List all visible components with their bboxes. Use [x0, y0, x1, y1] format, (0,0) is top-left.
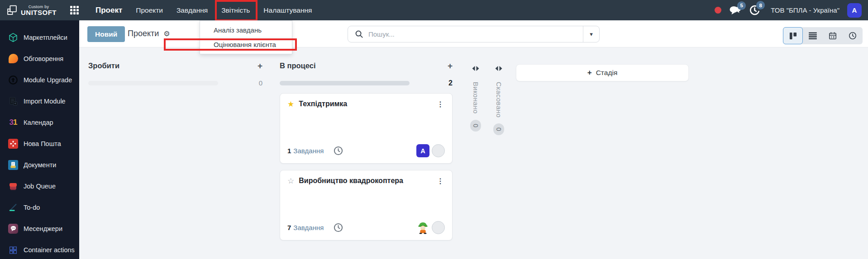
column-progressbar[interactable]	[88, 81, 218, 85]
caret-down-icon: ▾	[590, 31, 593, 38]
column-count: 2	[448, 79, 453, 87]
topbar-menu: Проект Проекти Завдання Звітність Налашт…	[95, 5, 313, 16]
card-title: Техпідтримка	[299, 100, 431, 108]
sidebar-item-messengers[interactable]: Месенджери	[0, 218, 79, 239]
sidebar-item-module-upgrade[interactable]: Module Upgrade	[0, 69, 79, 90]
folded-column-title: Скасовано	[495, 82, 503, 118]
star-outline-icon[interactable]: ☆	[287, 177, 294, 186]
add-card-icon[interactable]: +	[448, 61, 453, 70]
list-view-icon	[809, 32, 817, 39]
column-title: Зробити	[88, 61, 119, 70]
empty-avatar-placeholder[interactable]	[432, 221, 445, 234]
import-icon	[8, 96, 19, 107]
messages-button[interactable]: 5	[729, 5, 741, 16]
todo-icon	[8, 202, 19, 213]
empty-avatar-placeholder[interactable]	[432, 144, 445, 157]
control-panel: Новий Проекти ⚙ ▾	[79, 20, 868, 47]
card-title: Виробництво квадрокоптера	[299, 177, 431, 185]
kebab-menu-icon[interactable]: ⋮	[436, 100, 445, 108]
topbar-menu-tasks[interactable]: Завдання	[176, 5, 209, 16]
kanban-view-icon	[789, 32, 797, 40]
tasks-label[interactable]: Завдання	[293, 147, 324, 155]
activities-badge: 8	[756, 1, 765, 9]
sidebar: Маркетплейси Обговорення Module Upgrade …	[0, 20, 79, 259]
new-button[interactable]: Новий	[87, 26, 125, 42]
kanban-board: Зробити + 0 В процесі + 2 ★	[79, 47, 868, 259]
column-count: 0	[259, 79, 262, 87]
connection-status-dot	[715, 7, 721, 14]
tasks-count: 7	[287, 224, 291, 231]
topbar-menu-settings[interactable]: Налаштування	[262, 5, 313, 16]
messages-badge: 5	[737, 1, 746, 10]
assignee-avatar[interactable]: A	[416, 144, 429, 157]
kanban-column-in-progress: В процесі + 2 ★ Техпідтримка ⋮ 1 Завданн…	[280, 60, 453, 240]
sidebar-item-import-module[interactable]: Import Module	[0, 90, 79, 112]
view-switcher	[783, 27, 863, 44]
view-list-button[interactable]	[803, 27, 823, 44]
folded-column-cancelled[interactable]: Скасовано 0	[490, 66, 508, 135]
column-title: В процесі	[280, 61, 316, 70]
view-activity-button[interactable]	[843, 27, 863, 44]
sidebar-item-discuss[interactable]: Обговорення	[0, 48, 79, 69]
sidebar-item-marketplaces[interactable]: Маркетплейси	[0, 27, 79, 48]
activities-button[interactable]: 8	[749, 5, 760, 16]
kanban-card-techsupport[interactable]: ★ Техпідтримка ⋮ 1 Завдання A	[280, 93, 453, 164]
messengers-icon	[8, 223, 19, 234]
kebab-menu-icon[interactable]: ⋮	[436, 177, 445, 185]
folded-column-title: Виконано	[472, 82, 480, 114]
topbar-menu-reporting[interactable]: Звітність	[220, 5, 251, 16]
sidebar-item-job-queue[interactable]: Job Queue	[0, 175, 79, 197]
assignee-avatar-image[interactable]	[416, 221, 429, 234]
view-calendar-button[interactable]	[823, 27, 843, 44]
search-icon	[355, 30, 363, 38]
documents-icon	[8, 160, 19, 170]
kanban-column-todo: Зробити + 0	[88, 60, 262, 87]
reporting-dropdown-menu: Аналіз завдань Оцінювання клієнта	[200, 20, 292, 54]
activity-clock-icon[interactable]	[334, 146, 343, 155]
activity-clock-icon[interactable]	[334, 223, 343, 232]
search-bar: ▾	[348, 26, 600, 42]
kanban-card-quadcopter[interactable]: ☆ Виробництво квадрокоптера ⋮ 7 Завдання	[280, 170, 453, 240]
calendar-31-icon: 31	[8, 117, 19, 128]
star-filled-icon[interactable]: ★	[287, 100, 294, 109]
company-name[interactable]: ТОВ "БПЛА - Україна"	[771, 6, 839, 14]
search-options-toggle[interactable]: ▾	[583, 26, 599, 42]
upgrade-icon	[8, 75, 19, 85]
sidebar-item-container-actions[interactable]: Container actions	[0, 239, 79, 259]
view-kanban-button[interactable]	[783, 27, 803, 44]
brand-logo: Custom by UNITSOFT	[6, 5, 57, 16]
topbar: Custom by UNITSOFT Проект Проекти Завдан…	[0, 0, 868, 20]
menu-item-customer-ratings[interactable]: Оцінювання клієнта	[200, 37, 292, 51]
calendar-view-icon	[829, 32, 837, 40]
gear-icon[interactable]: ⚙	[163, 29, 170, 38]
unitsoft-logo-icon	[6, 5, 18, 16]
add-card-icon[interactable]: +	[258, 61, 262, 70]
user-avatar[interactable]: A	[847, 3, 862, 18]
nova-poshta-icon	[8, 138, 19, 149]
apps-grid-icon[interactable]	[70, 6, 79, 15]
topbar-menu-project-root[interactable]: Проект	[95, 5, 123, 16]
menu-item-task-analysis[interactable]: Аналіз завдань	[200, 23, 292, 37]
sidebar-item-calendar[interactable]: 31 Календар	[0, 112, 79, 133]
unfold-icon[interactable]	[495, 66, 502, 71]
tasks-count: 1	[287, 147, 291, 155]
tasks-label[interactable]: Завдання	[293, 224, 324, 231]
add-stage-button[interactable]: + Стадія	[516, 64, 689, 81]
puzzle-icon	[8, 245, 19, 255]
sidebar-item-documents[interactable]: Документи	[0, 154, 79, 175]
search-input[interactable]	[368, 30, 583, 38]
activity-view-icon	[849, 32, 857, 40]
sidebar-item-todo[interactable]: To-do	[0, 197, 79, 218]
job-queue-icon	[8, 181, 19, 192]
column-progressbar[interactable]	[280, 81, 410, 85]
breadcrumb[interactable]: Проекти	[128, 29, 159, 38]
folded-column-count: 0	[470, 120, 481, 132]
plus-icon: +	[587, 68, 592, 77]
topbar-menu-projects[interactable]: Проекти	[135, 5, 164, 16]
discuss-icon	[8, 53, 19, 64]
unfold-icon[interactable]	[472, 66, 479, 71]
folded-column-done[interactable]: Виконано 0	[467, 66, 485, 132]
main-content: Новий Проекти ⚙ ▾	[79, 20, 868, 259]
sidebar-item-nova-poshta[interactable]: Нова Пошта	[0, 133, 79, 154]
folded-column-count: 0	[493, 123, 504, 135]
